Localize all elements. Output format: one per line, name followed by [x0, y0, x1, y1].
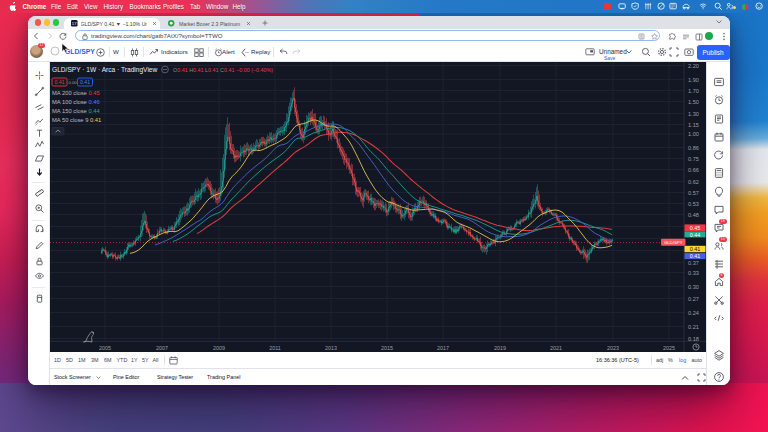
svg-text:0.45: 0.45 — [690, 225, 701, 231]
svg-text:0.44: 0.44 — [690, 231, 701, 237]
svg-text:1.30: 1.30 — [688, 110, 699, 116]
svg-text:0.86: 0.86 — [688, 144, 699, 150]
svg-text:1.15: 1.15 — [688, 121, 699, 127]
svg-text:2021: 2021 — [550, 345, 562, 351]
svg-text:2013: 2013 — [325, 345, 337, 351]
svg-text:0.57: 0.57 — [688, 189, 699, 195]
svg-text:1.50: 1.50 — [688, 98, 699, 104]
svg-text:0.18: 0.18 — [688, 335, 699, 341]
svg-text:1.70: 1.70 — [688, 87, 699, 93]
svg-text:2011: 2011 — [269, 345, 281, 351]
svg-text:MA 200 close 0.45: MA 200 close 0.45 — [52, 89, 100, 95]
svg-text:0.37: 0.37 — [688, 259, 699, 265]
svg-text:1.00: 1.00 — [688, 131, 699, 137]
svg-text:2019: 2019 — [494, 345, 506, 351]
svg-text:0.33: 0.33 — [688, 269, 699, 275]
svg-text:2023: 2023 — [607, 345, 619, 351]
svg-text:MA 50 close 9 0.41: MA 50 close 9 0.41 — [52, 117, 101, 123]
svg-text:0.27: 0.27 — [688, 295, 699, 301]
svg-text:0.00: 0.00 — [68, 80, 77, 85]
svg-text:0.75: 0.75 — [688, 155, 699, 161]
svg-text:2.20: 2.20 — [688, 62, 699, 68]
svg-text:2007: 2007 — [156, 345, 168, 351]
svg-text:MA 100 close 0.46: MA 100 close 0.46 — [52, 98, 100, 104]
svg-text:2009: 2009 — [213, 345, 225, 351]
svg-text:0.30: 0.30 — [688, 283, 699, 289]
svg-text:0.41: 0.41 — [690, 246, 701, 252]
svg-text:2005: 2005 — [99, 345, 111, 351]
svg-text:2015: 2015 — [381, 345, 393, 351]
svg-text:0.53: 0.53 — [688, 200, 699, 206]
svg-text:GLD/SPY · 1W · Arca · TradingV: GLD/SPY · 1W · Arca · TradingView — [52, 65, 158, 73]
svg-text:0.48: 0.48 — [688, 211, 699, 217]
svg-text:2017: 2017 — [437, 345, 449, 351]
svg-text:0.41: 0.41 — [690, 253, 701, 259]
svg-text:0.62: 0.62 — [688, 178, 699, 184]
svg-text:0.24: 0.24 — [688, 309, 699, 315]
svg-text:GLD/SPY: GLD/SPY — [664, 240, 683, 245]
svg-text:1.90: 1.90 — [688, 76, 699, 82]
svg-text:0.21: 0.21 — [688, 323, 699, 329]
svg-text:17: 17 — [72, 21, 77, 26]
svg-text:0.41: 0.41 — [80, 79, 90, 85]
svg-text:0.66: 0.66 — [688, 166, 699, 172]
svg-text:0.41: 0.41 — [54, 79, 64, 85]
svg-text:MA 150 close 0.44: MA 150 close 0.44 — [52, 107, 100, 113]
svg-text:O0.41 H0.41 L0.41 C0.41 −0.00: O0.41 H0.41 L0.41 C0.41 −0.00 (−0.40%) — [173, 66, 273, 72]
svg-text:2025: 2025 — [663, 345, 675, 351]
